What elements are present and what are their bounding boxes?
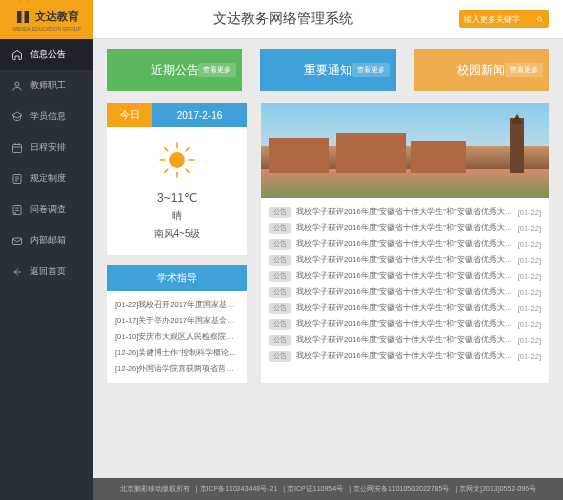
nav-label: 信息公告 [30,48,66,61]
nav-icon [11,80,23,92]
svg-rect-1 [13,144,22,152]
news-item[interactable]: 公告我校学子获评2016年度"安徽省十佳大学生"和"安徽省优秀大学生"[01-2… [269,284,541,300]
news-badge: 公告 [269,287,291,298]
nav-icon [11,111,23,123]
news-item[interactable]: 公告我校学子获评2016年度"安徽省十佳大学生"和"安徽省优秀大学生"[01-2… [269,300,541,316]
nav-item-5[interactable]: 问卷调查 [0,194,93,225]
news-date: [01-22] [518,336,541,345]
nav-item-7[interactable]: 返回首页 [0,256,93,287]
guide-item[interactable]: [12-26]吴健博士作"控制科学概论及其研究 [115,345,239,361]
news-item[interactable]: 公告我校学子获评2016年度"安徽省十佳大学生"和"安徽省优秀大学生"[01-2… [269,236,541,252]
guide-panel: 学术指导 [01-22]我校召开2017年度国家基金项目申[01-17]关于举办… [107,265,247,383]
weather-date: 2017-2-16 [152,103,247,127]
weather-desc: 晴 [115,209,239,223]
news-item[interactable]: 公告我校学子获评2016年度"安徽省十佳大学生"和"安徽省优秀大学生"[01-2… [269,252,541,268]
nav-item-6[interactable]: 内部邮箱 [0,225,93,256]
news-text: 我校学子获评2016年度"安徽省十佳大学生"和"安徽省优秀大学生" [296,223,513,233]
footer-item: | 京ICP备110243448号-21 [196,484,278,494]
news-item[interactable]: 公告我校学子获评2016年度"安徽省十佳大学生"和"安徽省优秀大学生"[01-2… [269,332,541,348]
news-item[interactable]: 公告我校学子获评2016年度"安徽省十佳大学生"和"安徽省优秀大学生"[01-2… [269,204,541,220]
nav-item-0[interactable]: 信息公告 [0,39,93,70]
news-text: 我校学子获评2016年度"安徽省十佳大学生"和"安徽省优秀大学生" [296,287,513,297]
footer-item: | 京网文[2013]0552-096号 [455,484,536,494]
card-more-link[interactable]: 查看更多 [505,63,543,77]
news-badge: 公告 [269,223,291,234]
weather-temp: 3~11℃ [115,191,239,205]
news-panel: 公告我校学子获评2016年度"安徽省十佳大学生"和"安徽省优秀大学生"[01-2… [261,103,549,383]
card-more-link[interactable]: 查看更多 [198,63,236,77]
news-date: [01-22] [518,304,541,313]
header: 文达教务网络管理系统 [93,0,563,39]
news-badge: 公告 [269,303,291,314]
news-badge: 公告 [269,319,291,330]
news-date: [01-22] [518,240,541,249]
card-title: 校园新闻 [457,62,505,79]
news-date: [01-22] [518,208,541,217]
news-date: [01-22] [518,256,541,265]
nav-label: 日程安排 [30,141,66,154]
nav-item-1[interactable]: 教师职工 [0,70,93,101]
svg-line-12 [164,147,168,151]
svg-point-7 [169,152,185,168]
news-text: 我校学子获评2016年度"安徽省十佳大学生"和"安徽省优秀大学生" [296,207,513,217]
news-text: 我校学子获评2016年度"安徽省十佳大学生"和"安徽省优秀大学生" [296,335,513,345]
news-badge: 公告 [269,255,291,266]
quick-cards: 近期公告查看更多重要通知查看更多校园新闻查看更多 [107,49,549,91]
news-item[interactable]: 公告我校学子获评2016年度"安徽省十佳大学生"和"安徽省优秀大学生"[01-2… [269,220,541,236]
guide-item[interactable]: [12-26]外国语学院喜获两项省哲学社会科学 [115,361,239,377]
nav-label: 内部邮箱 [30,234,66,247]
sun-icon [158,141,196,179]
nav-icon [11,204,23,216]
news-badge: 公告 [269,207,291,218]
news-date: [01-22] [518,320,541,329]
nav-item-3[interactable]: 日程安排 [0,132,93,163]
footer-item: | 京公网安备11010502022785号 [349,484,449,494]
news-text: 我校学子获评2016年度"安徽省十佳大学生"和"安徽省优秀大学生" [296,271,513,281]
card-title: 近期公告 [151,62,199,79]
footer-item: 北京鹏彩移动版权所有 [120,484,190,494]
search-box[interactable] [459,10,549,28]
guide-item[interactable]: [01-17]关于举办2017年国家基金申报辅导 [115,313,239,329]
svg-point-0 [15,82,19,86]
guide-item[interactable]: [01-22]我校召开2017年度国家基金项目申 [115,297,239,313]
campus-image [261,103,549,198]
card-more-link[interactable]: 查看更多 [352,63,390,77]
news-item[interactable]: 公告我校学子获评2016年度"安徽省十佳大学生"和"安徽省优秀大学生"[01-2… [269,316,541,332]
nav-icon [11,266,23,278]
news-text: 我校学子获评2016年度"安徽省十佳大学生"和"安徽省优秀大学生" [296,239,513,249]
news-date: [01-22] [518,272,541,281]
news-date: [01-22] [518,352,541,361]
svg-rect-5 [13,238,22,245]
weather-panel: 今日 2017-2-16 3~11℃ 晴 南风4~5级 [107,103,247,255]
logo[interactable]: 文达教育 WENDA EDUCATION GROUP [0,0,93,39]
nav-icon [11,235,23,247]
news-date: [01-22] [518,224,541,233]
nav-label: 规定制度 [30,172,66,185]
card-2[interactable]: 校园新闻查看更多 [414,49,549,91]
svg-line-14 [164,169,168,173]
svg-line-15 [186,147,190,151]
svg-point-4 [15,212,16,213]
nav-item-4[interactable]: 规定制度 [0,163,93,194]
card-1[interactable]: 重要通知查看更多 [260,49,395,91]
nav-label: 教师职工 [30,79,66,92]
search-input[interactable] [464,15,536,24]
guide-item[interactable]: [01-10]安庆市大观区人民检察院检察长 [115,329,239,345]
news-badge: 公告 [269,271,291,282]
nav-item-2[interactable]: 学员信息 [0,101,93,132]
news-item[interactable]: 公告我校学子获评2016年度"安徽省十佳大学生"和"安徽省优秀大学生"[01-2… [269,348,541,364]
svg-line-13 [186,169,190,173]
news-text: 我校学子获评2016年度"安徽省十佳大学生"和"安徽省优秀大学生" [296,319,513,329]
news-badge: 公告 [269,335,291,346]
footer-item: | 京ICP证110954号 [283,484,343,494]
card-title: 重要通知 [304,62,352,79]
news-text: 我校学子获评2016年度"安徽省十佳大学生"和"安徽省优秀大学生" [296,351,513,361]
nav-icon [11,49,23,61]
card-0[interactable]: 近期公告查看更多 [107,49,242,91]
nav-icon [11,173,23,185]
news-item[interactable]: 公告我校学子获评2016年度"安徽省十佳大学生"和"安徽省优秀大学生"[01-2… [269,268,541,284]
news-date: [01-22] [518,288,541,297]
news-badge: 公告 [269,351,291,362]
nav-label: 返回首页 [30,265,66,278]
nav-label: 问卷调查 [30,203,66,216]
